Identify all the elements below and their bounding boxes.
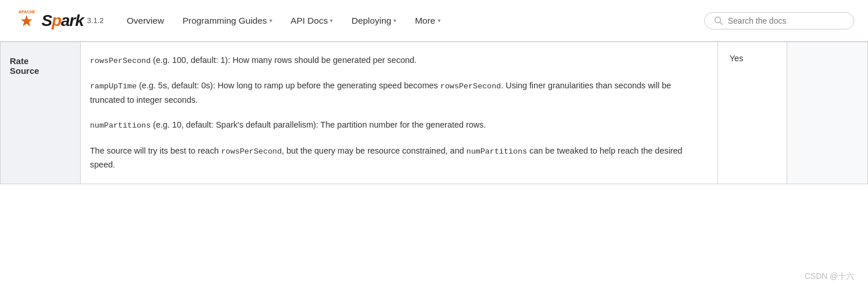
nav-more[interactable]: More ▾ bbox=[405, 11, 449, 31]
code-rows-per-second-2: rowsPerSecond bbox=[440, 82, 501, 91]
brand-name: Spark bbox=[42, 12, 84, 30]
svg-line-3 bbox=[720, 22, 723, 24]
nav-overview[interactable]: Overview bbox=[118, 11, 174, 31]
search-input[interactable] bbox=[728, 16, 844, 25]
chevron-down-icon: ▾ bbox=[438, 17, 441, 24]
code-rows-per-second-3: rowsPerSecond bbox=[221, 147, 281, 156]
spark-logo-icon: APACHE bbox=[14, 8, 39, 33]
brand-version: 3.1.2 bbox=[87, 16, 104, 25]
navbar: APACHE Spark 3.1.2 Overview Programming … bbox=[0, 0, 868, 42]
logo-link[interactable]: APACHE Spark 3.1.2 bbox=[14, 8, 104, 33]
search-icon bbox=[714, 16, 723, 25]
search-box[interactable] bbox=[704, 12, 854, 29]
row-header-label: RateSource bbox=[10, 56, 39, 76]
code-ramp-up-time: rampUpTime bbox=[90, 82, 137, 91]
desc-para-1: rowsPerSecond (e.g. 100, default: 1): Ho… bbox=[90, 54, 708, 68]
nav-api-docs[interactable]: API Docs ▾ bbox=[281, 11, 343, 31]
required-cell: Yes bbox=[718, 42, 787, 184]
nav-items: Overview Programming Guides ▾ API Docs ▾… bbox=[118, 11, 700, 31]
code-rows-per-second-1: rowsPerSecond bbox=[90, 57, 151, 65]
code-num-partitions-1: numPartitions bbox=[90, 121, 151, 130]
nav-programming-guides[interactable]: Programming Guides ▾ bbox=[173, 11, 281, 31]
nav-deploying[interactable]: Deploying ▾ bbox=[342, 11, 405, 31]
svg-text:APACHE: APACHE bbox=[18, 10, 35, 14]
desc-para-4: The source will try its best to reach ro… bbox=[90, 144, 708, 172]
svg-marker-1 bbox=[21, 15, 32, 27]
chevron-down-icon: ▾ bbox=[269, 17, 272, 24]
extra-cell bbox=[787, 42, 868, 184]
desc-para-2: rampUpTime (e.g. 5s, default: 0s): How l… bbox=[90, 79, 708, 107]
description-cell: rowsPerSecond (e.g. 100, default: 1): Ho… bbox=[81, 42, 718, 184]
chevron-down-icon: ▾ bbox=[330, 17, 333, 24]
content-area: RateSource rowsPerSecond (e.g. 100, defa… bbox=[0, 42, 868, 184]
code-num-partitions-2: numPartitions bbox=[467, 147, 527, 156]
row-header-rate-source: RateSource bbox=[0, 42, 81, 184]
desc-para-3: numPartitions (e.g. 10, default: Spark's… bbox=[90, 118, 708, 132]
chevron-down-icon: ▾ bbox=[393, 17, 396, 24]
required-value: Yes bbox=[730, 54, 743, 63]
data-table: RateSource rowsPerSecond (e.g. 100, defa… bbox=[0, 42, 868, 184]
